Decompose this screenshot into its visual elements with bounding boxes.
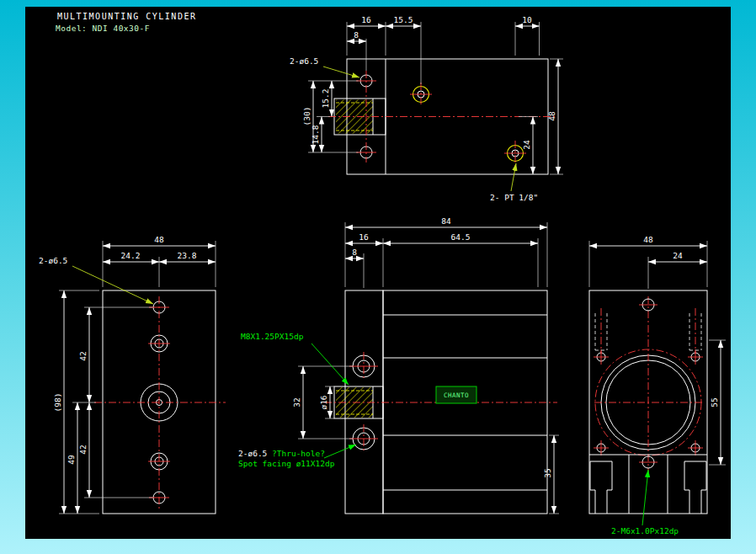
drawing-title: MULTIMOUNTING CYLINDER (57, 12, 196, 21)
dim-42-lower: 42 (78, 445, 88, 454)
dim-48: 48 (547, 111, 556, 121)
label-tap: 2-M6x1.0Px12dp (611, 526, 679, 535)
dim-15-2: 15.2 (321, 89, 330, 109)
cad-drawing[interactable]: MULTIMOUNTING CYLINDER Model: NDI 40x30-… (0, 0, 756, 554)
dim-10: 10 (522, 15, 532, 24)
label-holes-top: 2-ø6.5 (290, 56, 318, 66)
dim-49: 49 (67, 455, 76, 465)
dim-55: 55 (710, 397, 719, 407)
dim-30: (30) (302, 107, 311, 126)
label-port: 2- PT 1/8" (490, 193, 538, 202)
dim-35: 35 (543, 468, 552, 477)
dim-8: 8 (352, 248, 357, 257)
label-thread: M8X1.25PX15dp (241, 332, 304, 341)
dim-48: 48 (154, 235, 164, 244)
dim-15-5: 15.5 (394, 15, 413, 24)
dim-42-upper: 42 (78, 351, 88, 360)
model-number: Model: NDI 40x30-F (56, 24, 150, 33)
label-spot-facing: Spot facing ø11X12dp (238, 459, 335, 468)
dim-rod-dia: ø16 (319, 395, 328, 409)
dim-16: 16 (359, 232, 369, 242)
dim-24: 24 (522, 140, 531, 150)
label-thru-hole: 2-ø6.5 ?Thru-hole? (238, 449, 325, 458)
dim-32: 32 (292, 397, 301, 407)
dim-14-8: 14.8 (311, 125, 320, 144)
dim-64-5: 64.5 (451, 232, 471, 242)
dim-98: (98) (53, 393, 62, 413)
dim-16: 16 (361, 15, 371, 24)
dim-24: 24 (673, 251, 683, 260)
dim-84: 84 (441, 216, 451, 226)
dim-24-2: 24.2 (121, 251, 141, 260)
dim-48: 48 (643, 235, 653, 244)
drawing-frame (25, 7, 731, 539)
label-holes-front: 2-ø6.5 (39, 256, 67, 265)
brand-logo-text: CHANTO (444, 392, 469, 399)
dim-23-8: 23.8 (178, 251, 197, 260)
dim-8: 8 (354, 30, 359, 40)
